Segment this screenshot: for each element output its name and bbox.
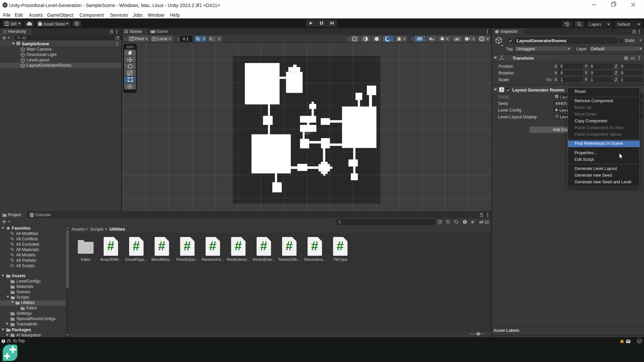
svg-text:?: ? xyxy=(625,57,627,60)
svg-text:Y: Y xyxy=(198,39,200,41)
svg-text:#: # xyxy=(556,95,557,98)
svg-text:#: # xyxy=(500,88,502,92)
